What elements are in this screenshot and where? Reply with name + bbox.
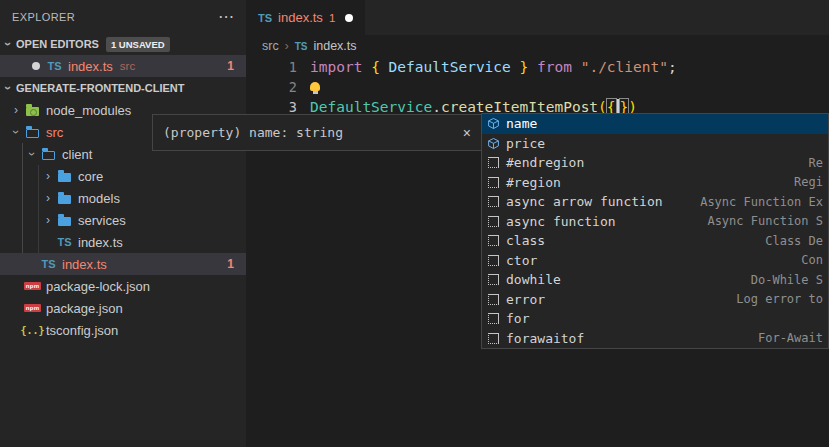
json-braces-icon: {..} xyxy=(20,325,44,336)
chevron-right-icon[interactable]: › xyxy=(40,191,56,205)
folder-open-icon xyxy=(24,126,41,138)
more-actions-icon[interactable]: ⋯ xyxy=(218,12,234,22)
npm-file-icon: npm xyxy=(24,282,42,290)
chevron-down-icon[interactable]: › xyxy=(9,124,23,140)
suggestion-detail: Re xyxy=(809,156,823,170)
code-token: from xyxy=(537,59,572,75)
suggestion-label: async arrow function xyxy=(506,194,663,209)
code-token: DefaultService xyxy=(310,99,432,115)
chevron-down-icon[interactable]: › xyxy=(25,146,39,162)
tree-item-label: src xyxy=(46,125,63,140)
ts-file-icon: TS xyxy=(57,236,71,248)
tree-item-label: core xyxy=(78,169,103,184)
unsaved-dot-icon[interactable] xyxy=(345,14,353,22)
suggestion-item--endregion[interactable]: #endregionRe xyxy=(482,153,828,173)
snippet-icon xyxy=(485,177,501,188)
code-token: . xyxy=(432,99,441,115)
suggestion-detail: Regi xyxy=(794,175,823,189)
snippet-glyph xyxy=(488,177,499,188)
code-line[interactable]: 1import { DefaultService } from "./clien… xyxy=(246,57,829,77)
suggestion-item-forawaitof[interactable]: forawaitofFor-Await xyxy=(482,329,828,349)
suggestion-label: async function xyxy=(506,214,616,229)
suggestion-item-async-function[interactable]: async functionAsync Function S xyxy=(482,212,828,232)
breadcrumb-folder[interactable]: src xyxy=(262,39,279,53)
unsaved-badge: 1 UNSAVED xyxy=(106,37,170,52)
suggestion-item-async-arrow-function[interactable]: async arrow functionAsync Function Ex xyxy=(482,192,828,212)
suggestion-item-ctor[interactable]: ctorCon xyxy=(482,251,828,271)
open-editor-item-index-ts[interactable]: TS index.ts src 1 xyxy=(0,55,246,77)
suggestion-item-for[interactable]: for xyxy=(482,309,828,329)
tree-item-package-json[interactable]: npmpackage.json xyxy=(0,297,246,319)
tree-item-package-lock-json[interactable]: npmpackage-lock.json xyxy=(0,275,246,297)
tree-item-index-ts[interactable]: TSindex.ts1 xyxy=(0,253,246,275)
close-icon[interactable]: × xyxy=(463,125,471,141)
snippet-icon xyxy=(485,333,501,344)
code-text xyxy=(310,84,320,91)
code-token xyxy=(572,59,581,75)
tree-item-label: index.ts xyxy=(78,235,123,250)
folder-icon xyxy=(56,214,73,226)
code-token: import xyxy=(310,59,362,75)
suggestion-item-dowhile[interactable]: dowhileDo-While S xyxy=(482,270,828,290)
snippet-glyph xyxy=(488,196,499,207)
folder-open-icon xyxy=(42,151,55,160)
explorer-sidebar: EXPLORER ⋯ › OPEN EDITORS 1 UNSAVED TS i… xyxy=(0,0,246,447)
tab-filename: index.ts xyxy=(278,10,323,25)
tree-item-index-ts[interactable]: TSindex.ts xyxy=(0,231,246,253)
folder-icon xyxy=(58,217,71,226)
folder-npm-icon xyxy=(24,104,41,116)
suggestion-item-class[interactable]: classClass De xyxy=(482,231,828,251)
suggestion-item--region[interactable]: #regionRegi xyxy=(482,173,828,193)
suggestion-label: dowhile xyxy=(506,272,561,287)
tree-item-label: package.json xyxy=(46,301,123,316)
suggestion-label: #endregion xyxy=(506,155,584,170)
error-count-badge: 1 xyxy=(227,257,234,271)
code-token: { xyxy=(371,59,380,75)
snippet-glyph xyxy=(488,157,499,168)
npm-icon: npm xyxy=(24,282,41,290)
tree-item-tsconfig-json[interactable]: {..}tsconfig.json xyxy=(0,319,246,341)
lightbulb-icon[interactable] xyxy=(310,82,320,91)
ts-file-icon: TS xyxy=(295,41,308,52)
chevron-right-icon: › xyxy=(285,39,289,53)
suggestion-item-price[interactable]: price xyxy=(482,134,828,154)
breadcrumb-file[interactable]: index.ts xyxy=(313,39,356,53)
npm-file-icon: npm xyxy=(24,304,42,312)
tab-bar: TS index.ts 1 xyxy=(246,0,829,35)
suggest-widget: nameprice#endregionRe#regionRegiasync ar… xyxy=(481,113,829,349)
chevron-right-icon[interactable]: › xyxy=(40,169,56,183)
ts-file-icon: TS xyxy=(258,12,272,24)
suggestion-item-name[interactable]: name xyxy=(482,114,828,134)
code-line[interactable]: 2 xyxy=(246,77,829,97)
open-editors-header[interactable]: › OPEN EDITORS 1 UNSAVED xyxy=(0,33,246,55)
suggestion-label: class xyxy=(506,233,545,248)
snippet-icon xyxy=(485,157,501,168)
tree-item-core[interactable]: ›core xyxy=(0,165,246,187)
snippet-icon xyxy=(485,255,501,266)
snippet-glyph xyxy=(488,313,499,324)
ts-file-icon: TS xyxy=(41,258,55,270)
open-editor-filename: index.ts xyxy=(68,59,113,74)
code-token: } xyxy=(520,59,529,75)
suggestion-detail: Async Function S xyxy=(707,214,823,228)
tab-index-ts[interactable]: TS index.ts 1 xyxy=(246,0,365,35)
ts-icon: TS xyxy=(56,236,73,248)
folder-open-icon xyxy=(40,148,57,160)
code-token: DefaultService xyxy=(389,59,511,75)
tree-item-services[interactable]: ›services xyxy=(0,209,246,231)
code-text: import { DefaultService } from "./client… xyxy=(310,59,677,75)
chevron-right-icon[interactable]: › xyxy=(40,213,56,227)
snippet-icon xyxy=(485,216,501,227)
suggestion-detail: For-Await xyxy=(758,331,823,345)
chevron-right-icon[interactable]: › xyxy=(8,103,24,117)
project-section-header[interactable]: › GENERATE-FRONTEND-CLIENT xyxy=(0,77,246,99)
suggestion-item-error[interactable]: errorLog error to xyxy=(482,290,828,310)
tooltip-text: (property) name: string xyxy=(163,125,343,140)
suggestion-detail: Con xyxy=(801,253,823,267)
tree-item-label: tsconfig.json xyxy=(46,323,118,338)
code-token: "./client" xyxy=(581,59,668,75)
code-area[interactable]: 1import { DefaultService } from "./clien… xyxy=(246,57,829,117)
error-count-badge: 1 xyxy=(227,59,234,73)
tree-item-models[interactable]: ›models xyxy=(0,187,246,209)
suggestion-detail: Do-While S xyxy=(751,273,823,287)
